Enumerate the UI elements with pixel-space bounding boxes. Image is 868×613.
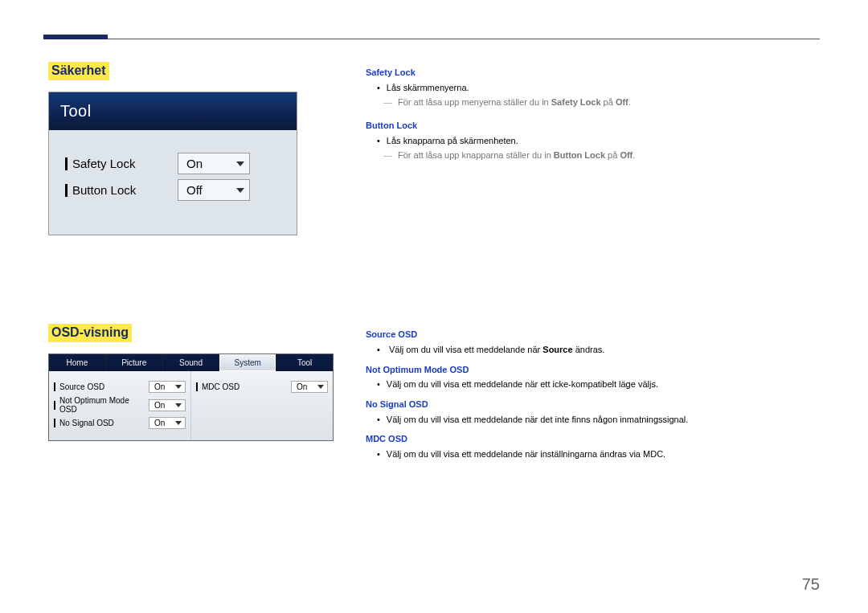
osd-row-source: Source OSD On (54, 381, 186, 393)
combo-value: Off (186, 183, 203, 197)
osd-row-label: MDC OSD (202, 382, 291, 391)
desc-subnote: För att låsa upp menyerna ställer du in … (388, 95, 820, 110)
header-rule (48, 39, 820, 39)
page-number: 75 (802, 575, 820, 594)
desc-heading-safety-lock: Safety Lock (366, 65, 820, 80)
chevron-down-icon (317, 385, 324, 389)
row-marker-icon (65, 184, 68, 197)
text: Välj om du vill visa ett meddelande när (389, 345, 542, 354)
left-column: Säkerhet Tool Safety Lock On Button Lock (48, 62, 334, 462)
combo-value: On (154, 419, 165, 427)
tool-row-label: Safety Lock (72, 157, 135, 170)
tab-home[interactable]: Home (49, 354, 106, 371)
desc-heading-source-osd: Source OSD (366, 327, 820, 342)
button-lock-combo[interactable]: Off (178, 179, 250, 201)
osd-row-notopt: Not Optimum Mode OSD On (54, 396, 186, 414)
combo-value: On (154, 401, 165, 410)
not-optimum-mode-osd-combo[interactable]: On (149, 399, 186, 411)
desc-subnote: För att låsa upp knapparna ställer du in… (388, 148, 820, 163)
tool-row-label: Button Lock (72, 183, 136, 197)
safety-lock-combo[interactable]: On (178, 153, 250, 174)
text: på (605, 150, 620, 160)
combo-value: On (186, 157, 203, 170)
text: ändras. (573, 345, 605, 354)
row-marker-icon (54, 419, 55, 427)
tab-sound[interactable]: Sound (163, 354, 220, 371)
chevron-down-icon (175, 403, 182, 407)
chevron-down-icon (175, 421, 182, 425)
text: Off (620, 150, 633, 160)
osd-row-label: Source OSD (59, 382, 149, 391)
chevron-down-icon (236, 188, 244, 193)
text: . (628, 97, 631, 107)
mdc-osd-combo[interactable]: On (291, 381, 328, 393)
tab-system[interactable]: System (219, 354, 276, 371)
row-marker-icon (54, 401, 55, 410)
source-osd-combo[interactable]: On (149, 381, 186, 393)
osd-tabs: Home Picture Sound System Tool (49, 354, 333, 371)
tool-dialog-title: Tool (49, 92, 297, 130)
tool-dialog: Tool Safety Lock On Button Lock Off (48, 92, 297, 235)
text: För att låsa upp knapparna ställer du in (398, 150, 554, 160)
text: Button Lock (554, 150, 605, 160)
tool-row-button-lock: Button Lock Off (65, 179, 280, 201)
chevron-down-icon (236, 161, 244, 166)
desc-li: Välj om du vill visa ett meddelande när … (377, 342, 820, 358)
tab-picture[interactable]: Picture (106, 354, 163, 371)
chevron-down-icon (175, 385, 182, 389)
desc-heading-notopt-osd: Not Optimum Mode OSD (366, 362, 820, 378)
row-marker-icon (65, 157, 68, 170)
desc-li: Välj om du vill visa ett meddelande när … (377, 412, 820, 427)
desc-heading-button-lock: Button Lock (366, 118, 820, 133)
text: . (633, 150, 635, 160)
text: För att låsa upp menyerna ställer du in (398, 97, 551, 107)
desc-li: Lås knapparna på skärmenheten. (377, 133, 820, 149)
desc-li: Lås skärmmenyerna. (377, 80, 820, 96)
no-signal-osd-combo[interactable]: On (149, 417, 186, 429)
text: på (601, 97, 616, 107)
combo-value: On (297, 382, 307, 391)
row-marker-icon (54, 382, 55, 391)
section2-heading: OSD-visning (48, 324, 132, 342)
section1-heading: Säkerhet (48, 62, 109, 80)
text: Safety Lock (551, 97, 601, 107)
text: Source (542, 345, 572, 354)
osd-row-label: Not Optimum Mode OSD (59, 396, 149, 414)
desc-heading-nosignal-osd: No Signal OSD (366, 397, 820, 412)
row-marker-icon (196, 382, 198, 391)
osd-row-nosignal: No Signal OSD On (54, 417, 186, 429)
combo-value: On (154, 382, 165, 391)
tool-row-safety-lock: Safety Lock On (65, 153, 280, 174)
desc-heading-mdc-osd: MDC OSD (366, 431, 820, 447)
header-accent-bar (43, 35, 108, 39)
osd-row-label: No Signal OSD (59, 419, 149, 427)
right-column: Safety Lock Lås skärmmenyerna. För att l… (366, 62, 820, 462)
desc-li: Välj om du vill visa ett meddelande när … (377, 377, 820, 392)
osd-window: Home Picture Sound System Tool Source OS… (48, 353, 334, 441)
osd-row-mdc: MDC OSD On (196, 381, 328, 393)
desc-li: Välj om du vill visa ett meddelande när … (377, 447, 820, 462)
tab-tool[interactable]: Tool (276, 354, 333, 371)
text: Off (616, 97, 628, 107)
